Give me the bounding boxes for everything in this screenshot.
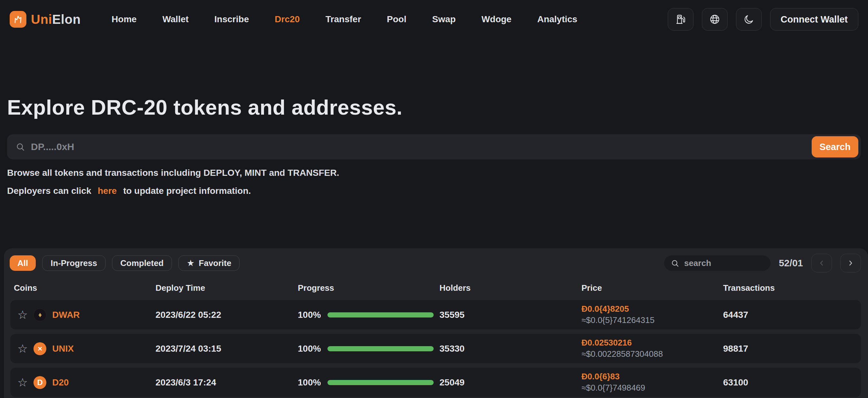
description-line2: Deployers can click here to update proje…: [7, 186, 861, 196]
nav-item-transfer[interactable]: Transfer: [326, 14, 361, 25]
nav-item-analytics[interactable]: Analytics: [537, 14, 578, 25]
coin-cell: ☆ × UNIX: [10, 342, 156, 355]
hero-section: Explore DRC-20 tokens and addresses.: [7, 95, 861, 119]
language-button[interactable]: [702, 8, 727, 31]
nav-item-wdoge[interactable]: Wdoge: [481, 14, 511, 25]
transactions-cell: 98817: [723, 344, 861, 354]
globe-icon: [709, 14, 720, 25]
chevron-right-icon: [846, 259, 855, 267]
progress-bar: [328, 346, 434, 351]
coin-name-link[interactable]: UNIX: [52, 344, 74, 354]
search-icon: [16, 142, 25, 152]
coin-name-link[interactable]: D20: [52, 377, 69, 388]
table-header: Coins Deploy Time Progress Holders Price…: [10, 279, 861, 296]
price-cell: Đ0.0{4}8205 ≈$0.0{5}741264315: [582, 304, 723, 325]
nav-item-home[interactable]: Home: [112, 14, 137, 25]
column-header-holders: Holders: [439, 283, 582, 293]
table-row[interactable]: ☆ D D20 2023/6/3 17:24 100% 25049 Đ0.0{6…: [10, 368, 861, 397]
favorite-star-icon[interactable]: ☆: [18, 309, 28, 321]
nav-item-swap[interactable]: Swap: [432, 14, 456, 25]
progress-bar: [328, 380, 434, 385]
deploy-time-cell: 2023/6/3 17:24: [156, 377, 298, 388]
theme-toggle-button[interactable]: [736, 8, 762, 31]
filter-tab-completed-label: Completed: [120, 258, 163, 268]
table-search-bar: [664, 255, 770, 271]
brand-logo[interactable]: Uni Elon: [10, 11, 81, 28]
token-avatar: ♦: [33, 308, 46, 322]
price-cell: Đ0.02530216 ≈$0.00228587304088: [582, 338, 723, 359]
toolbar-right: 52/01: [664, 254, 861, 272]
connect-wallet-button[interactable]: Connect Wallet: [770, 8, 858, 31]
price-cell: Đ0.0{6}83 ≈$0.0{7}7498469: [582, 372, 723, 393]
nav-actions: Connect Wallet: [668, 8, 858, 31]
favorite-star-icon[interactable]: ☆: [18, 343, 28, 355]
filter-tab-in-progress-label: In-Progress: [51, 258, 97, 268]
nav-menu: Home Wallet Inscribe Drc20 Transfer Pool…: [112, 14, 578, 25]
nav-item-pool[interactable]: Pool: [387, 14, 407, 25]
nav-item-drc20[interactable]: Drc20: [275, 14, 300, 25]
token-list-panel: All In-Progress Completed ★ Favorite: [4, 248, 868, 398]
progress-bar-fill: [328, 312, 434, 317]
price-usd: ≈$0.00228587304088: [582, 349, 723, 359]
next-page-button[interactable]: [840, 254, 861, 272]
holders-cell: 25049: [439, 377, 582, 388]
panel-toolbar: All In-Progress Completed ★ Favorite: [10, 254, 861, 272]
progress-cell: 100%: [298, 310, 439, 320]
price-doge: Đ0.0{4}8205: [582, 304, 723, 314]
column-header-deploy-time: Deploy Time: [156, 283, 298, 293]
navbar: Uni Elon Home Wallet Inscribe Drc20 Tran…: [0, 0, 868, 39]
progress-bar-fill: [328, 380, 434, 385]
table-row[interactable]: ☆ × UNIX 2023/7/24 03:15 100% 35330 Đ0.0…: [10, 334, 861, 363]
progress-bar-fill: [328, 346, 434, 351]
column-header-coins: Coins: [10, 283, 156, 293]
filter-tab-all-label: All: [18, 258, 28, 268]
filter-tab-favorite[interactable]: ★ Favorite: [178, 255, 240, 271]
price-usd: ≈$0.0{5}741264315: [582, 315, 723, 326]
transactions-cell: 64437: [723, 310, 861, 320]
holders-cell: 35330: [439, 344, 582, 354]
pagination-indicator: 52/01: [779, 257, 803, 269]
description-line2-prefix: Deployers can click: [7, 186, 91, 196]
column-header-progress: Progress: [298, 283, 439, 293]
search-button[interactable]: Search: [812, 136, 858, 157]
column-header-price: Price: [582, 283, 723, 293]
main-search-bar: Search: [7, 134, 861, 159]
dog-logo-icon: [10, 11, 26, 28]
price-usd: ≈$0.0{7}7498469: [582, 383, 723, 393]
main-search-input[interactable]: [30, 141, 805, 153]
gas-fee-button[interactable]: [668, 8, 693, 31]
column-header-transactions: Transactions: [723, 283, 861, 293]
filter-tabs: All In-Progress Completed ★ Favorite: [10, 255, 240, 271]
deploy-time-cell: 2023/6/22 05:22: [156, 310, 298, 320]
token-avatar: ×: [33, 342, 46, 355]
filter-tab-all[interactable]: All: [10, 255, 36, 271]
description-block: Browse all tokens and transactions inclu…: [7, 168, 861, 196]
price-doge: Đ0.02530216: [582, 338, 723, 348]
filter-tab-in-progress[interactable]: In-Progress: [42, 255, 105, 271]
progress-label: 100%: [298, 344, 321, 354]
brand-wordmark: Uni Elon: [31, 12, 81, 27]
moon-icon: [743, 14, 754, 25]
filter-tab-completed[interactable]: Completed: [112, 255, 172, 271]
description-line2-suffix: to update project information.: [123, 186, 251, 196]
coin-cell: ☆ D D20: [10, 376, 156, 389]
favorite-star-icon[interactable]: ☆: [18, 377, 28, 388]
search-icon: [671, 259, 679, 268]
here-link[interactable]: here: [98, 186, 117, 196]
coin-name-link[interactable]: DWAR: [52, 310, 80, 320]
price-doge: Đ0.0{6}83: [582, 372, 723, 382]
table-search-input[interactable]: [684, 258, 764, 269]
prev-page-button[interactable]: [811, 254, 832, 272]
brand-prefix: Uni: [31, 12, 52, 27]
page-title: Explore DRC-20 tokens and addresses.: [7, 95, 861, 119]
progress-label: 100%: [298, 377, 321, 388]
brand-suffix: Elon: [52, 12, 81, 27]
token-avatar: D: [33, 376, 46, 389]
progress-label: 100%: [298, 310, 321, 320]
nav-item-inscribe[interactable]: Inscribe: [214, 14, 249, 25]
nav-item-wallet[interactable]: Wallet: [162, 14, 188, 25]
filter-tab-favorite-label: Favorite: [199, 258, 231, 268]
progress-cell: 100%: [298, 344, 439, 354]
holders-cell: 35595: [439, 310, 582, 320]
table-row[interactable]: ☆ ♦ DWAR 2023/6/22 05:22 100% 35595 Đ0.0…: [10, 300, 861, 329]
